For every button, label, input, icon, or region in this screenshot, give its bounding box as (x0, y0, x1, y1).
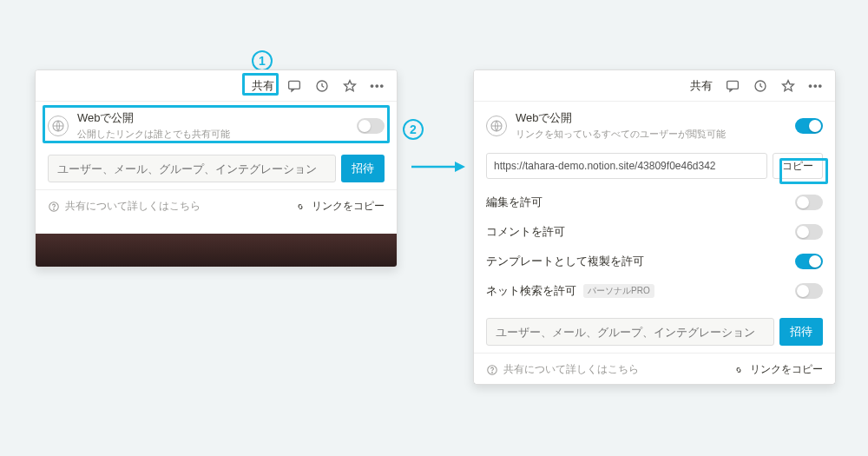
publish-web-row[interactable]: Webで公開 リンクを知っているすべてのユーザーが閲覧可能 (474, 102, 835, 149)
svg-point-6 (54, 208, 55, 209)
page-topbar: 共有 ••• (36, 70, 397, 102)
publish-toggle[interactable] (795, 118, 823, 134)
share-button[interactable]: 共有 (252, 78, 274, 94)
invite-input[interactable] (486, 318, 774, 346)
more-icon[interactable]: ••• (808, 79, 823, 92)
publish-toggle[interactable] (357, 118, 385, 134)
copy-link-button[interactable]: リンクをコピー (294, 199, 385, 214)
share-footer: 共有について詳しくはこちら リンクをコピー (36, 189, 397, 222)
invite-input[interactable] (48, 155, 336, 182)
svg-rect-7 (727, 81, 739, 89)
share-footer: 共有について詳しくはこちら リンクをコピー (474, 353, 835, 385)
learn-more-link[interactable]: 共有について詳しくはこちら (48, 199, 201, 214)
invite-row: 招待 (36, 149, 397, 189)
more-icon[interactable]: ••• (370, 79, 385, 92)
copy-link-label: リンクをコピー (312, 199, 385, 214)
invite-button[interactable]: 招待 (779, 318, 823, 346)
copy-link-button[interactable]: リンクをコピー (733, 362, 823, 377)
permission-row: テンプレートとして複製を許可 (474, 247, 835, 276)
share-button[interactable]: 共有 (690, 78, 713, 94)
permission-toggle[interactable] (795, 254, 823, 269)
comments-icon[interactable] (286, 78, 302, 94)
public-url-row: コピー (474, 149, 835, 188)
svg-rect-2 (289, 81, 300, 89)
permission-label: コメントを許可 (486, 224, 565, 240)
publish-title: Webで公開 (77, 110, 230, 126)
publish-web-row[interactable]: Webで公開 公開したリンクは誰とでも共有可能 (36, 102, 397, 149)
learn-more-label: 共有について詳しくはこちら (65, 199, 201, 214)
copy-link-label: リンクをコピー (750, 362, 823, 377)
permission-row: 編集を許可 (474, 188, 835, 217)
public-url-input[interactable] (486, 153, 767, 179)
permission-label: 編集を許可 (486, 195, 542, 210)
globe-icon (486, 116, 507, 136)
permission-toggle[interactable] (795, 195, 823, 210)
globe-icon (48, 116, 69, 136)
page-topbar: 共有 ••• (474, 70, 835, 102)
permission-label: テンプレートとして複製を許可 (486, 254, 644, 269)
share-menu-expanded: 共有 ••• Webで公開 リンクを知っているすべてのユーザーが閲覧可能 コピー (473, 69, 836, 385)
favorite-icon[interactable] (780, 78, 796, 94)
svg-point-11 (492, 372, 493, 373)
copy-button[interactable]: コピー (773, 153, 823, 179)
svg-marker-1 (455, 162, 465, 172)
permission-toggle[interactable] (795, 283, 823, 299)
permission-label: ネット検索を許可パーソナルPRO (486, 283, 654, 299)
permission-row: コメントを許可 (474, 217, 835, 247)
learn-more-link[interactable]: 共有について詳しくはこちら (486, 362, 639, 377)
publish-subtitle: 公開したリンクは誰とでも共有可能 (77, 128, 230, 141)
publish-title: Webで公開 (516, 110, 726, 126)
favorite-icon[interactable] (342, 78, 358, 94)
publish-subtitle: リンクを知っているすべてのユーザーが閲覧可能 (516, 128, 726, 141)
permission-toggle[interactable] (795, 224, 823, 240)
updates-icon[interactable] (753, 78, 768, 94)
step-badge-1: 1 (252, 50, 273, 71)
background-strip (36, 234, 397, 267)
comments-icon[interactable] (725, 78, 740, 94)
invite-button[interactable]: 招待 (341, 155, 385, 182)
arrow-icon (411, 159, 465, 175)
pro-badge: パーソナルPRO (583, 284, 654, 298)
invite-row: 招待 (474, 311, 835, 353)
step-badge-2: 2 (403, 119, 424, 140)
updates-icon[interactable] (314, 78, 330, 94)
permission-row: ネット検索を許可パーソナルPRO (474, 276, 835, 306)
share-menu-initial: 共有 ••• Webで公開 公開したリンクは誰とでも共有可能 招待 (35, 69, 398, 268)
learn-more-label: 共有について詳しくはこちら (503, 362, 639, 377)
